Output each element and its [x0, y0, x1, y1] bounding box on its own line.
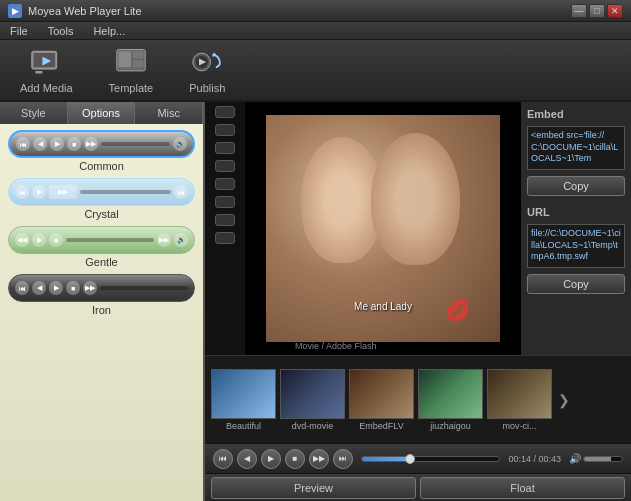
pp-stop-i: ■ [66, 281, 80, 295]
pp-play-c: ▶ [32, 185, 46, 199]
pp-stop: ■ [67, 137, 81, 151]
url-label: URL [527, 206, 625, 218]
pb-play-button[interactable]: ▶ [261, 449, 281, 469]
iron-preview: ⏮ ◀ ▶ ■ ▶▶ [8, 274, 195, 302]
menu-help[interactable]: Help... [89, 24, 129, 38]
photo-caption: Me and Lady [354, 301, 412, 312]
film-hole-8 [215, 232, 235, 244]
menu-tools[interactable]: Tools [44, 24, 78, 38]
pp-play-g: ▶ [32, 233, 46, 247]
pp-prev-i: ⏮ [15, 281, 29, 295]
add-media-button[interactable]: Add Media [12, 42, 81, 98]
film-hole-3 [215, 142, 235, 154]
pb-end-button[interactable]: ⏭ [333, 449, 353, 469]
thumb-item-4[interactable]: mov-ci... [487, 369, 552, 431]
embed-copy-button[interactable]: Copy [527, 176, 625, 196]
left-panel: Style Options Misc ⏮ ◀ ▶ ■ ▶▶ 🔊 Common [0, 102, 205, 501]
common-preview: ⏮ ◀ ▶ ■ ▶▶ 🔊 [8, 130, 195, 158]
pb-rewind-button[interactable]: ⏮ [213, 449, 233, 469]
svg-rect-3 [36, 71, 43, 74]
style-item-iron[interactable]: ⏮ ◀ ▶ ■ ▶▶ Iron [4, 274, 199, 316]
style-item-crystal[interactable]: ⏮ ▶ ▶▶ ⏭ Crystal [4, 178, 199, 220]
pp-next: ▶▶ [84, 137, 98, 151]
template-icon [115, 46, 147, 78]
pp-rewind: ⏮ [16, 137, 30, 151]
volume-bar[interactable] [583, 456, 623, 462]
thumb-item-2[interactable]: EmbedFLV [349, 369, 414, 431]
minimize-button[interactable]: — [571, 4, 587, 18]
pp-play: ▶ [50, 137, 64, 151]
film-hole-1 [215, 106, 235, 118]
thumb-img-2 [349, 369, 414, 419]
pp-bar-c [80, 190, 171, 194]
pp-rewind-c: ⏮ [15, 185, 29, 199]
pp-bar-g [66, 238, 154, 242]
thumb-img-0 [211, 369, 276, 419]
embed-code-box[interactable]: <embed src='file://C:\DOCUME~1\cilla\LOC… [527, 126, 625, 170]
tab-style[interactable]: Style [0, 102, 68, 124]
volume-icon: 🔊 [569, 453, 581, 464]
pb-back-button[interactable]: ◀ [237, 449, 257, 469]
style-common-label: Common [4, 160, 199, 172]
tab-misc[interactable]: Misc [135, 102, 203, 124]
thumb-img-4 [487, 369, 552, 419]
template-button[interactable]: Template [101, 42, 162, 98]
thumb-item-0[interactable]: Beautiful [211, 369, 276, 431]
pp-prev: ◀ [33, 137, 47, 151]
publish-icon [191, 46, 223, 78]
window-controls[interactable]: — □ ✕ [571, 4, 623, 18]
url-copy-button[interactable]: Copy [527, 274, 625, 294]
svg-rect-6 [133, 51, 144, 58]
left-tabs: Style Options Misc [0, 102, 203, 124]
style-list: ⏮ ◀ ▶ ■ ▶▶ 🔊 Common ⏮ ▶ ▶▶ ⏭ [0, 124, 203, 501]
embed-panel: Embed <embed src='file://C:\DOCUME~1\cil… [521, 102, 631, 355]
pp-bar-i [100, 286, 188, 290]
action-bar: Preview Float [205, 473, 631, 501]
thumb-item-1[interactable]: dvd-movie [280, 369, 345, 431]
svg-rect-7 [133, 60, 144, 67]
embed-label: Embed [527, 108, 625, 120]
crystal-preview: ⏮ ▶ ▶▶ ⏭ [8, 178, 195, 206]
style-gentle-label: Gentle [4, 256, 199, 268]
playback-progress[interactable] [361, 456, 500, 462]
progress-handle[interactable] [405, 454, 415, 464]
pp-next-g: ▶▶ [157, 233, 171, 247]
style-crystal-label: Crystal [4, 208, 199, 220]
thumb-img-1 [280, 369, 345, 419]
float-button[interactable]: Float [420, 477, 625, 499]
right-panel: Me and Lady 💋 Movie / Adobe Flash Embed … [205, 102, 631, 501]
pb-forward-button[interactable]: ▶▶ [309, 449, 329, 469]
thumb-next-arrow[interactable]: ❯ [556, 375, 572, 425]
thumb-item-3[interactable]: jiuzhaigou [418, 369, 483, 431]
video-source-info: Movie / Adobe Flash [295, 341, 377, 351]
pp-next-i: ▶▶ [83, 281, 97, 295]
maximize-button[interactable]: □ [589, 4, 605, 18]
app-icon: ▶ [8, 4, 22, 18]
menu-bar: File Tools Help... [0, 22, 631, 40]
film-hole-5 [215, 178, 235, 190]
style-item-common[interactable]: ⏮ ◀ ▶ ■ ▶▶ 🔊 Common [4, 130, 199, 172]
film-hole-4 [215, 160, 235, 172]
svg-rect-5 [118, 51, 130, 67]
publish-button[interactable]: Publish [181, 42, 233, 98]
add-media-icon [30, 46, 62, 78]
pp-stop-g: ■ [49, 233, 63, 247]
close-button[interactable]: ✕ [607, 4, 623, 18]
menu-file[interactable]: File [6, 24, 32, 38]
pp-prev2-i: ◀ [32, 281, 46, 295]
preview-button[interactable]: Preview [211, 477, 416, 499]
url-box[interactable]: file://C:\DOCUME~1\cilla\LOCALS~1\Temp\t… [527, 224, 625, 268]
tab-options[interactable]: Options [68, 102, 136, 124]
pb-stop-button[interactable]: ■ [285, 449, 305, 469]
video-player[interactable]: Me and Lady 💋 Movie / Adobe Flash [245, 102, 521, 355]
style-item-gentle[interactable]: ◀◀ ▶ ■ ▶▶ 🔊 Gentle [4, 226, 199, 268]
pp-vol: 🔊 [173, 137, 187, 151]
thumb-label-4: mov-ci... [502, 421, 536, 431]
title-bar: ▶ Moyea Web Player Lite — □ ✕ [0, 0, 631, 22]
thumb-label-3: jiuzhaigou [430, 421, 471, 431]
toolbar: Add Media Template Publish [0, 40, 631, 102]
add-media-label: Add Media [20, 82, 73, 94]
video-area: Me and Lady 💋 Movie / Adobe Flash Embed … [205, 102, 631, 355]
pp-play-i: ▶ [49, 281, 63, 295]
playback-bar: ⏮ ◀ ▶ ■ ▶▶ ⏭ 00:14 / 00:43 🔊 [205, 443, 631, 473]
